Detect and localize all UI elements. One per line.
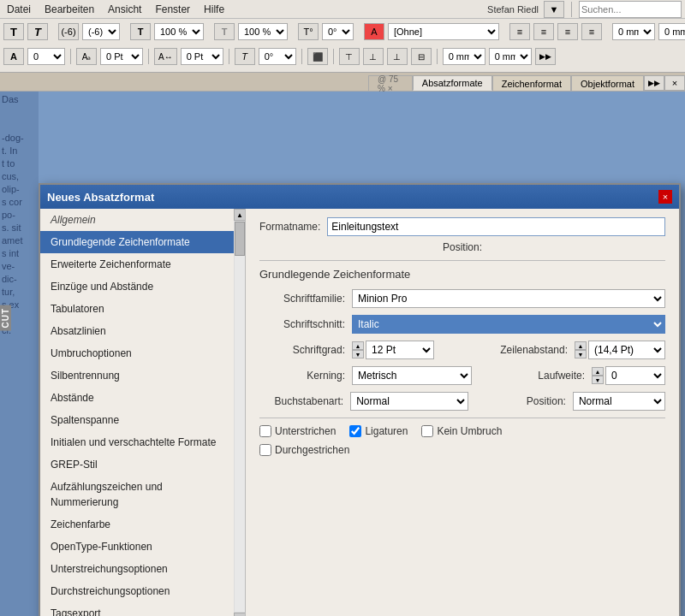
sidebar-item-grundlegende[interactable]: Grundlegende Zeichenformate xyxy=(40,231,234,253)
mm-select-1[interactable]: 0 mm xyxy=(612,23,655,40)
menu-fenster[interactable]: Fenster xyxy=(152,3,194,16)
align-mid[interactable]: ⊥ xyxy=(363,48,384,65)
pt-select-1[interactable]: 0 xyxy=(27,48,65,65)
sidebar-item-erweiterte[interactable]: Erweiterte Zeichenformate xyxy=(40,253,234,275)
tool-a[interactable]: A xyxy=(3,48,24,65)
tool-type2[interactable]: T xyxy=(27,23,48,40)
sidebar-item-grep[interactable]: GREP-Stil xyxy=(40,453,234,476)
format-btn1[interactable]: ⬛ xyxy=(307,48,328,65)
mm-select-3[interactable]: 0 mm xyxy=(443,48,485,65)
sidebar-item-tabulatoren[interactable]: Tabulatoren xyxy=(40,298,234,320)
checkbox-ligaturen[interactable] xyxy=(349,425,361,437)
toolbar-row-2: A 0 Aₐ 0 Pt A↔ 0 Pt T 0° ⬛ ⊤ ⊥ ⊥ ⊟ 0 mm … xyxy=(0,44,685,68)
sidebar-item-spaltenspanne[interactable]: Spaltenspanne xyxy=(40,409,234,431)
tab-absatzformate[interactable]: Absatzformate xyxy=(413,75,492,91)
tool-tracking[interactable]: A↔ xyxy=(154,48,177,65)
laufweite-up-btn[interactable]: ▲ xyxy=(592,367,604,376)
schriftgrad-spinner-btns: ▲ ▼ xyxy=(352,341,364,358)
color-btn[interactable]: A xyxy=(364,23,384,40)
sidebar-item-zeichenfarbe[interactable]: Zeichenfarbe xyxy=(40,513,234,536)
sidebar-item-tagsexport[interactable]: Tagsexport xyxy=(40,602,234,616)
schriftschnitt-label: Schriftschnitt: xyxy=(259,318,345,330)
align-full[interactable]: ⊟ xyxy=(411,48,432,65)
pt-select-2[interactable]: 0 Pt xyxy=(100,48,143,65)
sidebar-item-absatzlinien[interactable]: Absatzlinien xyxy=(40,320,234,342)
dialog-close-btn[interactable]: × xyxy=(658,190,672,204)
buchstabenart-select[interactable]: Normal xyxy=(350,392,468,411)
checkbox-kein-umbruch[interactable] xyxy=(421,425,433,437)
laufweite-select[interactable]: 0 xyxy=(605,366,665,385)
scroll-up-btn[interactable]: ▲ xyxy=(234,209,246,221)
menu-datei[interactable]: Datei xyxy=(3,3,34,16)
tabs-more-btn[interactable]: ▶▶ xyxy=(644,75,664,91)
align-justify-btn[interactable]: ≡ xyxy=(581,23,602,40)
laufweite-spinner: ▲ ▼ 0 xyxy=(592,366,665,385)
tab-objektformat[interactable]: Objektformat xyxy=(571,75,644,91)
sidebar-item-silbentrennung[interactable]: Silbentrennung xyxy=(40,364,234,387)
menu-hilfe[interactable]: Hilfe xyxy=(200,3,228,16)
checkbox-kein-umbruch-item: Kein Umbruch xyxy=(421,425,502,437)
buchstabenart-label: Buchstabenart: xyxy=(259,395,343,407)
align-right-btn[interactable]: ≡ xyxy=(557,23,578,40)
zeilenabstand-down-btn[interactable]: ▼ xyxy=(575,350,587,358)
zeilenabstand-select[interactable]: (14,4 Pt) xyxy=(588,341,665,359)
sidebar-item-abstaende[interactable]: Abstände xyxy=(40,387,234,409)
tab-zeichenformat[interactable]: Zeichenformat xyxy=(492,75,571,91)
minus-btn[interactable]: (-6) xyxy=(58,23,79,40)
sidebar-item-aufzaehlung[interactable]: Aufzählungszeichen und Nummerierung xyxy=(40,476,234,513)
tabs-close-btn[interactable]: × xyxy=(664,75,685,91)
font-size-btn[interactable]: T xyxy=(130,23,151,40)
rotate-select[interactable]: 0° xyxy=(322,23,354,40)
position-field-label: Position: xyxy=(482,395,566,407)
rotate-btn[interactable]: T° xyxy=(298,23,319,40)
tool-leading[interactable]: Aₐ xyxy=(76,48,97,65)
menu-ansicht[interactable]: Ansicht xyxy=(104,3,145,16)
mm-select-2[interactable]: 0 mm xyxy=(658,23,685,40)
zoom-select-2[interactable]: 100 % xyxy=(238,23,288,40)
sidebar-item-durchstreichung[interactable]: Durchstreichungsoptionen xyxy=(40,580,234,602)
user-dropdown-btn[interactable]: ▼ xyxy=(544,1,564,18)
sidebar-item-initialen[interactable]: Initialen und verschachtelte Formate xyxy=(40,431,234,453)
more-btn[interactable]: ▶▶ xyxy=(535,48,556,65)
schriftgrad-down-btn[interactable]: ▼ xyxy=(352,350,364,358)
kerning-select[interactable]: Metrisch xyxy=(352,366,472,385)
align-bot[interactable]: ⊥ xyxy=(387,48,408,65)
tool-type[interactable]: T xyxy=(3,23,24,40)
zeilenabstand-up-btn[interactable]: ▲ xyxy=(575,341,587,350)
divider-1 xyxy=(259,260,665,261)
search-input[interactable] xyxy=(579,1,682,18)
mm-select-4[interactable]: 0 mm xyxy=(489,48,532,65)
pt-select-3[interactable]: 0 Pt xyxy=(181,48,223,65)
sidebar-item-einzuege[interactable]: Einzüge und Abstände xyxy=(40,275,234,298)
zoom-select-1[interactable]: 100 % xyxy=(154,23,204,40)
lang-select[interactable]: [Ohne] Englisch: Großbritannien xyxy=(388,23,499,40)
dialog-neues-absatzformat: Neues Absatzformat × Allgemein Grundlege… xyxy=(39,183,681,616)
schriftgrad-select[interactable]: 12 Pt xyxy=(366,341,434,359)
align-top[interactable]: ⊤ xyxy=(339,48,360,65)
schriftschnitt-select-wrapper: Italic xyxy=(352,315,665,334)
checkbox-durchgestrichen-item: Durchgestrichen xyxy=(259,444,349,456)
schriftschnitt-select[interactable]: Italic xyxy=(352,315,665,334)
align-left-btn[interactable]: ≡ xyxy=(509,23,530,40)
font-size-btn2[interactable]: T xyxy=(214,23,235,40)
schriftfamilie-select[interactable]: Minion Pro xyxy=(352,289,665,308)
checkbox-unterstrichen[interactable] xyxy=(259,425,271,437)
menu-bearbeiten[interactable]: Bearbeiten xyxy=(41,3,98,16)
position-field-select[interactable]: Normal xyxy=(573,392,665,411)
size-select-1[interactable]: (-6) xyxy=(82,23,120,40)
tab-doc[interactable]: @ 75 % × xyxy=(368,75,413,91)
sidebar-item-allgemein[interactable]: Allgemein xyxy=(40,209,234,231)
schriftgrad-up-btn[interactable]: ▲ xyxy=(352,341,364,350)
scroll-thumb[interactable] xyxy=(235,222,245,256)
laufweite-down-btn[interactable]: ▼ xyxy=(592,376,604,384)
sidebar-item-opentype[interactable]: OpenType-Funktionen xyxy=(40,536,234,558)
sidebar-item-unterstreichung[interactable]: Unterstreichungsoptionen xyxy=(40,558,234,580)
deg-select[interactable]: 0° xyxy=(259,48,296,65)
tool-skew[interactable]: T xyxy=(235,48,255,65)
scroll-down-btn[interactable]: ▼ xyxy=(234,613,246,616)
align-center-btn[interactable]: ≡ xyxy=(533,23,554,40)
format-name-input[interactable] xyxy=(327,217,665,236)
checkbox-durchgestrichen[interactable] xyxy=(259,444,271,456)
doc-background-text: Das -dog- t. In t to cus, olip- s cor po… xyxy=(0,92,39,339)
sidebar-item-umbruch[interactable]: Umbruchoptionen xyxy=(40,342,234,364)
